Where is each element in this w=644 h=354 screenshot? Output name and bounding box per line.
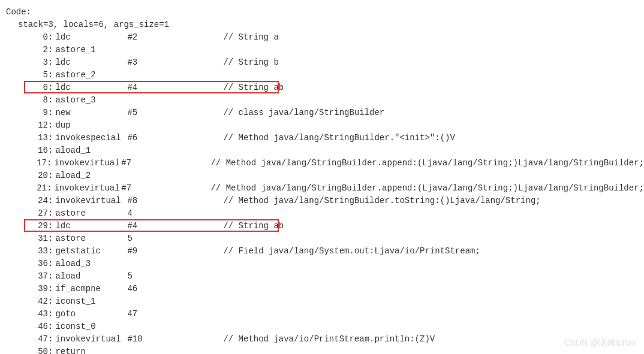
- bytecode-line: 8:astore_3: [6, 94, 644, 107]
- line-number: 50: [30, 346, 48, 354]
- line-number: 9: [30, 107, 48, 119]
- bytecode-line: 50:return: [6, 346, 644, 354]
- colon: :: [48, 245, 53, 258]
- bytecode-line: 20:aload_2: [6, 170, 644, 182]
- line-number: 33: [30, 245, 48, 258]
- arg: #4: [127, 220, 223, 232]
- bytecode-line: 31:astore5: [6, 232, 644, 245]
- opcode: dup: [55, 119, 127, 132]
- line-number: 12: [30, 119, 48, 132]
- line-number: 2: [30, 44, 48, 56]
- bytecode-line: 0:ldc#2// String a: [6, 31, 644, 44]
- colon: :: [48, 56, 53, 69]
- colon: :: [48, 308, 53, 320]
- arg: #3: [127, 56, 223, 69]
- opcode: return: [55, 346, 127, 354]
- line-number: 17: [30, 157, 47, 170]
- colon: :: [48, 232, 53, 245]
- opcode: astore: [55, 207, 127, 220]
- line-number: 13: [30, 132, 48, 144]
- colon: :: [48, 346, 53, 354]
- comment: // Method java/io/PrintStream.println:(Z…: [223, 333, 435, 346]
- opcode: ldc: [55, 81, 127, 94]
- colon: :: [48, 94, 53, 107]
- comment: // Method java/lang/StringBuilder.append…: [210, 157, 644, 170]
- bytecode-line: 39:if_acmpne46: [6, 283, 644, 295]
- line-number: 21: [30, 182, 47, 195]
- opcode: invokevirtual: [55, 333, 127, 346]
- arg: 47: [127, 308, 223, 320]
- arg: #7: [121, 182, 210, 195]
- opcode: astore_1: [55, 44, 127, 56]
- colon: :: [48, 107, 53, 119]
- bytecode-line: 2:astore_1: [6, 44, 644, 56]
- opcode: astore: [55, 232, 127, 245]
- arg: #10: [127, 333, 223, 346]
- colon: :: [48, 31, 53, 44]
- opcode: if_acmpne: [55, 283, 127, 295]
- opcode: ldc: [55, 220, 127, 232]
- line-number: 6: [30, 81, 48, 94]
- opcode: astore_2: [55, 69, 127, 81]
- bytecode-line: 24:invokevirtual#8// Method java/lang/St…: [6, 195, 644, 207]
- code-meta-text: stack=3, locals=6, args_size=1: [18, 19, 169, 31]
- comment: // class java/lang/StringBuilder: [223, 107, 384, 119]
- colon: :: [47, 157, 52, 170]
- line-number: 27: [30, 207, 48, 220]
- arg: #2: [127, 31, 223, 44]
- bytecode-line: 17:invokevirtual#7// Method java/lang/St…: [6, 157, 644, 170]
- line-number: 0: [30, 31, 48, 44]
- bytecode-line: 36:aload_3: [6, 258, 644, 270]
- opcode: getstatic: [55, 245, 127, 258]
- colon: :: [48, 170, 53, 182]
- opcode: aload: [55, 270, 127, 283]
- line-number: 37: [30, 270, 48, 283]
- bytecode-line: 13:invokespecial#6// Method java/lang/St…: [6, 132, 644, 144]
- opcode: goto: [55, 308, 127, 320]
- colon: :: [48, 195, 53, 207]
- bytecode-listing: Code: stack=3, locals=6, args_size=1 0:l…: [6, 6, 644, 354]
- bytecode-lines: 0:ldc#2// String a2:astore_13:ldc#3// St…: [6, 31, 644, 354]
- bytecode-line: 6:ldc#4// String ab: [6, 81, 644, 94]
- comment: // String a: [223, 31, 278, 44]
- line-number: 39: [30, 283, 48, 295]
- comment: // String ab: [223, 220, 284, 232]
- opcode: ldc: [55, 56, 127, 69]
- line-number: 36: [30, 258, 48, 270]
- bytecode-line: 43:goto47: [6, 308, 644, 320]
- colon: :: [48, 144, 53, 157]
- bytecode-line: 3:ldc#3// String b: [6, 56, 644, 69]
- bytecode-line: 29:ldc#4// String ab: [6, 220, 644, 232]
- opcode: iconst_1: [55, 295, 127, 308]
- line-number: 46: [30, 320, 48, 333]
- opcode: aload_1: [55, 144, 127, 157]
- opcode: invokevirtual: [55, 195, 127, 207]
- opcode: aload_2: [55, 170, 127, 182]
- bytecode-line: 27:astore4: [6, 207, 644, 220]
- colon: :: [47, 182, 52, 195]
- line-number: 5: [30, 69, 48, 81]
- arg: 4: [127, 207, 223, 220]
- opcode: invokevirtual: [54, 157, 121, 170]
- code-header-text: Code:: [6, 6, 31, 19]
- code-meta: stack=3, locals=6, args_size=1: [6, 19, 644, 31]
- bytecode-line: 5:astore_2: [6, 69, 644, 81]
- comment: // Method java/lang/StringBuilder."<init…: [223, 132, 455, 144]
- bytecode-line: 21:invokevirtual#7// Method java/lang/St…: [6, 182, 644, 195]
- opcode: astore_3: [55, 94, 127, 107]
- bytecode-line: 9:new#5// class java/lang/StringBuilder: [6, 107, 644, 119]
- line-number: 24: [30, 195, 48, 207]
- colon: :: [48, 283, 53, 295]
- bytecode-line: 16:aload_1: [6, 144, 644, 157]
- colon: :: [48, 69, 53, 81]
- arg: 5: [127, 270, 223, 283]
- arg: 5: [127, 232, 223, 245]
- colon: :: [48, 258, 53, 270]
- opcode: aload_3: [55, 258, 127, 270]
- opcode: new: [55, 107, 127, 119]
- comment: // String ab: [223, 81, 284, 94]
- colon: :: [48, 207, 53, 220]
- bytecode-line: 46:iconst_0: [6, 320, 644, 333]
- opcode: invokevirtual: [54, 182, 121, 195]
- arg: #9: [127, 245, 223, 258]
